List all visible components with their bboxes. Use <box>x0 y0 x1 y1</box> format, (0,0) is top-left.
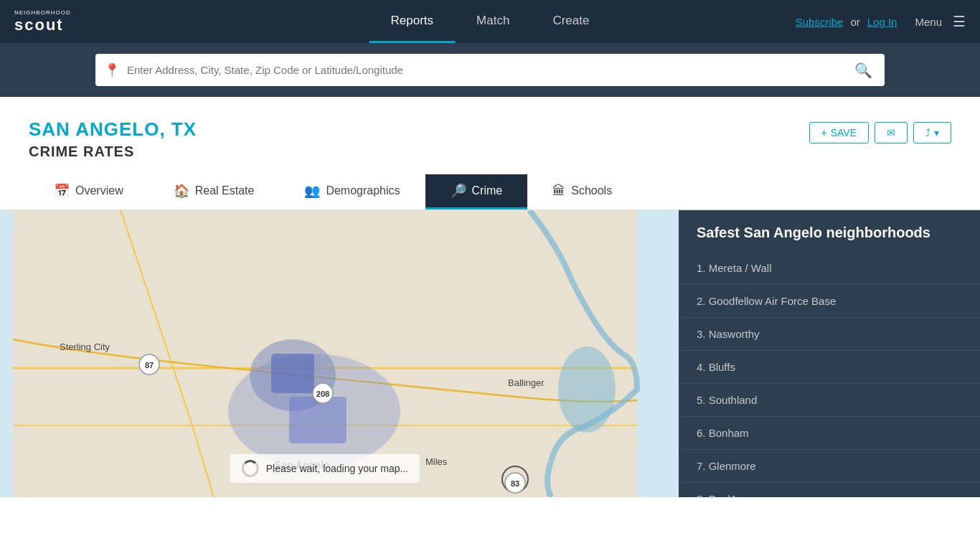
email-icon: ✉ <box>887 127 895 138</box>
nav-right: Subscribe or Log In Menu ☰ <box>796 13 966 30</box>
tab-crime-label: Crime <box>472 184 503 197</box>
sidebar-title: Safest San Angelo neighborhoods <box>679 225 980 252</box>
tab-crime[interactable]: 🔎 Crime <box>425 174 528 209</box>
overview-icon: 📅 <box>54 183 70 199</box>
svg-text:Ballinger: Ballinger <box>508 377 545 388</box>
search-input[interactable] <box>127 64 851 76</box>
list-item[interactable]: 2. Goodfellow Air Force Base <box>679 285 980 318</box>
search-button[interactable]: 🔍 <box>851 62 876 79</box>
city-title: SAN ANGELO, TX <box>29 118 197 141</box>
or-text: or <box>850 16 859 28</box>
login-link[interactable]: Log In <box>867 16 897 28</box>
tabs-container: 📅 Overview 🏠 Real Estate 👥 Demographics … <box>0 174 980 210</box>
search-bar: 📍 🔍 <box>95 54 885 86</box>
schools-icon: 🏛 <box>552 184 565 199</box>
tab-schools-label: Schools <box>571 184 612 197</box>
header-row: SAN ANGELO, TX CRIME RATES + SAVE ✉ ⤴ ▾ <box>29 118 951 160</box>
title-block: SAN ANGELO, TX CRIME RATES <box>29 118 197 160</box>
list-item[interactable]: 7. Glenmore <box>679 450 980 483</box>
loading-spinner <box>242 460 259 477</box>
save-label: SAVE <box>831 127 857 138</box>
list-item[interactable]: 3. Nasworthy <box>679 318 980 351</box>
tab-schools[interactable]: 🏛 Schools <box>527 174 637 209</box>
tab-demographics-label: Demographics <box>326 184 400 197</box>
plus-icon: + <box>821 127 827 138</box>
subscribe-link[interactable]: Subscribe <box>796 16 844 28</box>
svg-text:Miles: Miles <box>425 456 448 467</box>
tab-real-estate-label: Real Estate <box>195 184 255 197</box>
svg-rect-8 <box>289 397 347 443</box>
loading-text: Please wait, loading your map... <box>266 463 408 474</box>
list-item[interactable]: 4. Bluffs <box>679 351 980 384</box>
demographics-icon: 👥 <box>304 183 320 199</box>
map-loading-overlay: Please wait, loading your map... <box>230 454 420 483</box>
svg-point-4 <box>558 347 616 433</box>
neighborhood-name: Southland <box>709 394 758 406</box>
header-actions: + SAVE ✉ ⤴ ▾ <box>809 122 952 143</box>
neighborhood-name: Nasworthy <box>709 328 760 340</box>
tab-overview[interactable]: 📅 Overview <box>29 174 149 209</box>
neighborhood-name: PaulApp <box>709 493 750 497</box>
neighborhood-name: Mereta / Wall <box>709 262 772 274</box>
svg-text:Sterling City: Sterling City <box>60 342 110 352</box>
share-dropdown-icon: ▾ <box>934 127 939 138</box>
tab-overview-label: Overview <box>75 184 123 197</box>
location-icon: 📍 <box>104 62 120 78</box>
nav-links: Reports Match Create <box>369 0 611 43</box>
svg-text:208: 208 <box>316 390 329 398</box>
logo[interactable]: NEIGHBORHOOD scout <box>14 9 71 34</box>
nav-reports[interactable]: Reports <box>369 0 456 43</box>
sidebar: Safest San Angelo neighborhoods 1. Meret… <box>679 210 980 497</box>
nav-create[interactable]: Create <box>531 0 611 43</box>
map-section: 87 208 163 83 87 208 163 83 67 67 67 Ste… <box>0 210 980 497</box>
nav-match[interactable]: Match <box>455 0 531 43</box>
list-item[interactable]: 1. Mereta / Wall <box>679 252 980 285</box>
email-button[interactable]: ✉ <box>875 122 908 143</box>
svg-text:83: 83 <box>511 479 519 488</box>
main-content: SAN ANGELO, TX CRIME RATES + SAVE ✉ ⤴ ▾ … <box>0 97 980 210</box>
share-icon: ⤴ <box>925 127 930 138</box>
page-subtitle: CRIME RATES <box>29 143 197 160</box>
neighborhood-name: Goodfellow Air Force Base <box>709 295 837 307</box>
neighborhood-name: Bluffs <box>709 361 735 373</box>
share-button[interactable]: ⤴ ▾ <box>913 122 951 143</box>
list-item[interactable]: 5. Southland <box>679 384 980 417</box>
neighborhood-name: Bonham <box>709 427 749 439</box>
list-item[interactable]: 6. Bonham <box>679 417 980 450</box>
hamburger-icon[interactable]: ☰ <box>953 13 966 30</box>
svg-rect-7 <box>271 354 314 393</box>
svg-text:87: 87 <box>145 361 154 369</box>
tab-demographics[interactable]: 👥 Demographics <box>279 174 425 209</box>
navbar: NEIGHBORHOOD scout Reports Match Create … <box>0 0 980 43</box>
neighborhood-name: Glenmore <box>709 460 756 472</box>
tab-real-estate[interactable]: 🏠 Real Estate <box>149 174 280 209</box>
real-estate-icon: 🏠 <box>174 183 189 199</box>
menu-label[interactable]: Menu <box>915 16 942 28</box>
map-area[interactable]: 87 208 163 83 87 208 163 83 67 67 67 Ste… <box>0 210 679 497</box>
logo-scout-text: scout <box>14 16 71 34</box>
crime-icon: 🔎 <box>451 183 466 199</box>
search-bar-container: 📍 🔍 <box>0 43 980 97</box>
neighborhood-list: 1. Mereta / Wall 2. Goodfellow Air Force… <box>679 252 980 497</box>
save-button[interactable]: + SAVE <box>809 122 870 143</box>
logo-neighborhood-text: NEIGHBORHOOD <box>14 9 71 16</box>
list-item[interactable]: 8. PaulApp <box>679 483 980 497</box>
